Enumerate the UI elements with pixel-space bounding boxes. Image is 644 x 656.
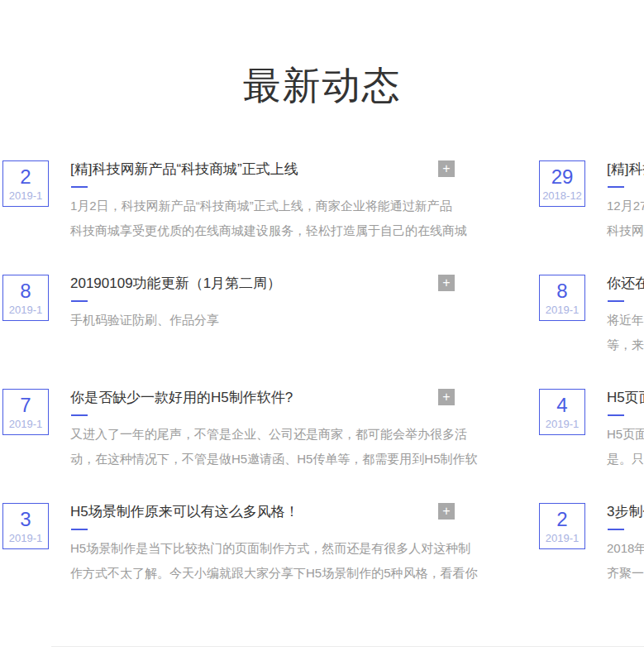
news-desc-line: H5场景制作是当下比较热门的页面制作方式，然而还是有很多人对这种制 — [70, 536, 455, 561]
date-year-month: 2019-1 — [540, 417, 584, 431]
date-year-month: 2019-1 — [3, 303, 48, 317]
news-item: 8 2019-1 你还在 + 将近年 等，来 — [539, 275, 644, 389]
news-content: 你还在 + 将近年 等，来 — [607, 275, 644, 357]
news-grid: 2 2019-1 [精]科技网新产品“科技商城”正式上线 + 1月2日，科技网新… — [0, 160, 644, 617]
date-day: 2 — [540, 508, 584, 531]
news-title-link[interactable]: H5场景制作原来可以有这么多风格！ — [70, 503, 299, 520]
news-content: 你是否缺少一款好用的H5制作软件? + 又进入了一年的尾声，不管是企业、公司还是… — [70, 389, 455, 472]
title-underline — [71, 186, 88, 188]
plus-icon[interactable]: + — [438, 503, 455, 520]
date-day: 29 — [540, 165, 584, 189]
news-desc-line: 齐聚一 — [607, 561, 644, 586]
news-item: 3 2019-1 H5场景制作原来可以有这么多风格！ + H5场景制作是当下比较… — [2, 503, 455, 617]
news-desc-line: 将近年 — [607, 308, 644, 333]
news-item: 8 2019-1 20190109功能更新（1月第二周） + 手机码验证防刷、作… — [2, 275, 455, 389]
plus-icon[interactable]: + — [438, 275, 455, 291]
news-desc-line: 动，在这种情况下，不管是做H5邀请函、H5传单等，都需要用到H5制作软 — [70, 447, 455, 472]
date-year-month: 2019-1 — [3, 531, 48, 545]
date-box: 8 2019-1 — [539, 275, 585, 321]
title-underline — [608, 186, 624, 188]
section-title: 最新动态 — [0, 60, 644, 111]
news-desc-line: 等，来 — [607, 333, 644, 357]
news-item: 7 2019-1 你是否缺少一款好用的H5制作软件? + 又进入了一年的尾声，不… — [2, 389, 455, 503]
news-desc-line: 科技网 — [607, 218, 644, 243]
news-title-link[interactable]: 你还在 — [607, 275, 644, 292]
title-underline — [608, 414, 624, 416]
news-desc-line: 科技商城享受更优质的在线商城建设服务，轻松打造属于自己的在线商城 — [70, 218, 455, 243]
news-desc-line: 又进入了一年的尾声，不管是企业、公司还是商家，都可能会举办很多活 — [70, 422, 455, 447]
date-day: 2 — [3, 165, 48, 189]
date-box: 2 2019-1 — [539, 503, 585, 549]
section-divider — [51, 646, 644, 647]
title-underline — [71, 529, 88, 530]
plus-icon[interactable]: + — [438, 389, 455, 405]
plus-icon[interactable]: + — [438, 160, 455, 177]
date-day: 7 — [3, 394, 48, 417]
date-year-month: 2019-1 — [540, 531, 584, 545]
title-underline — [71, 300, 88, 302]
news-title-link[interactable]: [精]科技 — [607, 160, 644, 178]
date-day: 3 — [3, 508, 48, 531]
news-title-link[interactable]: H5页面 — [607, 389, 644, 406]
news-desc-line: 作方式不太了解。今天小编就跟大家分享下H5场景制作的5种风格，看看你 — [70, 561, 455, 586]
news-item: 29 2018-12 [精]科技 + 12月27 科技网 — [539, 160, 644, 275]
date-year-month: 2019-1 — [540, 303, 584, 317]
date-box: 4 2019-1 — [539, 389, 585, 435]
date-day: 8 — [540, 280, 584, 303]
news-desc-line: 1月2日，科技网新产品“科技商城”正式上线，商家企业将能通过新产品 — [70, 194, 455, 218]
news-content: [精]科技 + 12月27 科技网 — [607, 160, 644, 243]
news-title-link[interactable]: 3步制作 — [607, 503, 644, 520]
news-content: [精]科技网新产品“科技商城”正式上线 + 1月2日，科技网新产品“科技商城”正… — [70, 160, 455, 243]
news-desc-line: 2018年 — [607, 536, 644, 561]
news-desc-line: H5页面 — [607, 422, 644, 447]
date-year-month: 2018-12 — [540, 189, 584, 203]
date-day: 4 — [540, 394, 584, 417]
news-title-link[interactable]: 你是否缺少一款好用的H5制作软件? — [70, 389, 293, 406]
news-desc-line: 是。只 — [607, 447, 644, 472]
date-box: 3 2019-1 — [2, 503, 49, 549]
news-desc-line: 12月27 — [607, 194, 644, 218]
news-title-link[interactable]: [精]科技网新产品“科技商城”正式上线 — [70, 160, 298, 178]
date-year-month: 2019-1 — [3, 417, 48, 431]
date-box: 2 2019-1 — [2, 160, 49, 207]
news-content: H5场景制作原来可以有这么多风格！ + H5场景制作是当下比较热门的页面制作方式… — [70, 503, 455, 586]
news-content: 20190109功能更新（1月第二周） + 手机码验证防刷、作品分享 — [70, 275, 455, 333]
date-box: 7 2019-1 — [2, 389, 49, 435]
latest-news-section: 最新动态 2 2019-1 [精]科技网新产品“科技商城”正式上线 + 1月2日… — [0, 0, 644, 656]
news-item: 4 2019-1 H5页面 + H5页面 是。只 — [539, 389, 644, 503]
date-box: 8 2019-1 — [2, 275, 49, 321]
news-content: 3步制作 + 2018年 齐聚一 — [607, 503, 644, 586]
news-content: H5页面 + H5页面 是。只 — [607, 389, 644, 472]
date-day: 8 — [3, 280, 48, 303]
news-item: 2 2019-1 3步制作 + 2018年 齐聚一 — [539, 503, 644, 617]
news-title-link[interactable]: 20190109功能更新（1月第二周） — [70, 275, 281, 292]
title-underline — [608, 300, 624, 302]
news-item: 2 2019-1 [精]科技网新产品“科技商城”正式上线 + 1月2日，科技网新… — [2, 160, 455, 275]
news-desc-line: 手机码验证防刷、作品分享 — [70, 308, 455, 333]
title-underline — [71, 414, 88, 416]
date-year-month: 2019-1 — [3, 189, 48, 203]
date-box: 29 2018-12 — [539, 160, 585, 207]
title-underline — [608, 529, 624, 530]
